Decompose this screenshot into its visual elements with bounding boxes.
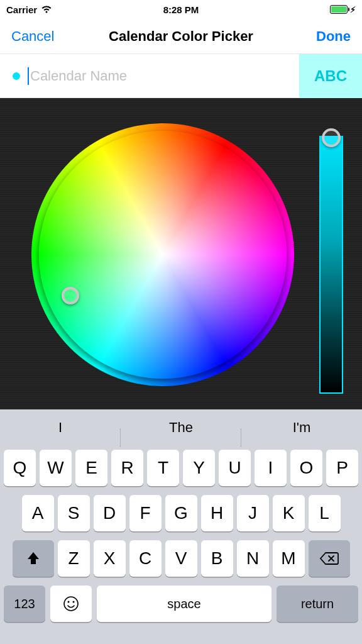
backspace-key[interactable]: [309, 540, 350, 577]
key-b[interactable]: B: [201, 540, 233, 577]
key-t[interactable]: T: [147, 450, 179, 486]
key-f[interactable]: F: [129, 495, 162, 531]
battery-icon: [330, 5, 348, 14]
key-h[interactable]: H: [201, 495, 233, 531]
backspace-icon: [320, 552, 339, 565]
key-z[interactable]: Z: [58, 540, 90, 577]
keyboard: I The I'm QWERTYUIOP ASDFGHJKL ZXCVBNM 1…: [0, 409, 362, 644]
brightness-slider-handle[interactable]: [322, 128, 341, 147]
key-x[interactable]: X: [94, 540, 126, 577]
shift-icon: [26, 551, 41, 566]
key-n[interactable]: N: [237, 540, 269, 577]
key-q[interactable]: Q: [4, 450, 36, 486]
key-v[interactable]: V: [165, 540, 197, 577]
charging-icon: ⚡︎: [350, 5, 356, 14]
suggestion-bar: I The I'm: [0, 409, 362, 446]
key-y[interactable]: Y: [183, 450, 215, 486]
key-o[interactable]: O: [290, 450, 322, 486]
selected-color-dot: [13, 72, 20, 80]
cancel-button[interactable]: Cancel: [11, 28, 54, 45]
key-k[interactable]: K: [273, 495, 305, 531]
svg-point-2: [73, 601, 75, 603]
key-a[interactable]: A: [22, 495, 54, 531]
space-key[interactable]: space: [97, 586, 272, 622]
key-p[interactable]: P: [326, 450, 358, 486]
text-cursor: [28, 67, 29, 85]
suggestion-3[interactable]: I'm: [241, 419, 362, 436]
key-c[interactable]: C: [129, 540, 162, 577]
key-row-3: ZXCVBNM: [3, 540, 359, 577]
status-time: 8:28 PM: [163, 4, 199, 15]
numbers-key[interactable]: 123: [4, 586, 45, 622]
key-m[interactable]: M: [273, 540, 305, 577]
brightness-slider[interactable]: [319, 136, 343, 394]
svg-point-1: [68, 601, 70, 603]
key-row-2: ASDFGHJKL: [3, 495, 359, 531]
key-i[interactable]: I: [255, 450, 287, 486]
key-g[interactable]: G: [165, 495, 197, 531]
key-w[interactable]: W: [40, 450, 72, 486]
suggestion-1[interactable]: I: [0, 419, 121, 436]
key-d[interactable]: D: [94, 495, 126, 531]
emoji-key[interactable]: [50, 586, 92, 622]
key-s[interactable]: S: [58, 495, 90, 531]
key-row-4: 123 space return: [3, 586, 359, 622]
page-title: Calendar Color Picker: [109, 28, 253, 45]
abc-preview-button[interactable]: ABC: [299, 54, 362, 98]
color-wheel-handle[interactable]: [62, 287, 79, 304]
status-bar: Carrier 8:28 PM ⚡︎: [0, 0, 362, 19]
color-wheel[interactable]: [31, 123, 294, 386]
done-button[interactable]: Done: [316, 28, 351, 45]
carrier-label: Carrier: [6, 4, 37, 15]
color-picker-area: [0, 98, 362, 409]
key-u[interactable]: U: [219, 450, 251, 486]
suggestion-2[interactable]: The: [121, 419, 241, 436]
nav-bar: Cancel Calendar Color Picker Done: [0, 19, 362, 54]
shift-key[interactable]: [13, 540, 54, 577]
calendar-name-input[interactable]: [30, 68, 299, 84]
key-e[interactable]: E: [75, 450, 107, 486]
key-r[interactable]: R: [111, 450, 143, 486]
emoji-icon: [63, 596, 79, 612]
key-row-1: QWERTYUIOP: [3, 450, 359, 486]
return-key[interactable]: return: [277, 586, 358, 622]
key-j[interactable]: J: [237, 495, 269, 531]
calendar-name-row: ABC: [0, 54, 362, 98]
svg-point-0: [64, 597, 78, 611]
wifi-icon: [41, 5, 52, 14]
key-l[interactable]: L: [309, 495, 341, 531]
